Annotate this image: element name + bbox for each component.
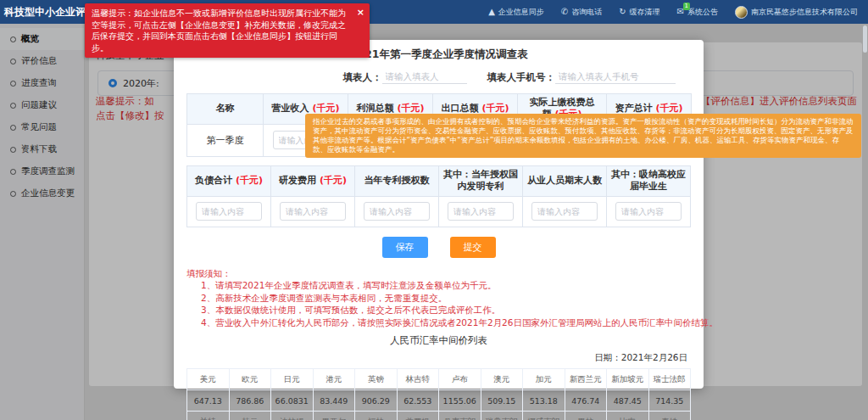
- rate-value-cell: 647.13: [187, 390, 230, 412]
- filler-phone-label: 填表人手机号：: [487, 71, 556, 84]
- column-header: 其中：当年授权国内发明专利: [439, 165, 523, 196]
- currency-name-cell: 迪拉姆: [271, 412, 314, 420]
- currency-name-cell: 新西兰元: [565, 369, 607, 390]
- currency-name-cell: 欧元: [229, 369, 271, 390]
- metric-input[interactable]: [364, 202, 430, 221]
- currency-name-cell: 挪威克朗: [523, 412, 565, 420]
- unit-label: (千元): [479, 103, 509, 114]
- metric-input[interactable]: [196, 202, 262, 221]
- table2-input-row: [187, 196, 691, 227]
- rate-value-cell: 487.45: [607, 390, 649, 412]
- currency-name-cell: 比索: [607, 412, 649, 420]
- unit-label: (千元): [316, 175, 347, 186]
- avatar-icon: [735, 6, 748, 19]
- column-header: 从业人员期末人数: [523, 165, 607, 196]
- phone-icon: ✆: [561, 8, 568, 16]
- close-icon[interactable]: ×: [357, 7, 364, 19]
- nav-item-label: 南京民基悠步信息技术有限公司: [751, 7, 858, 18]
- filler-name-label: 填表人：: [343, 71, 382, 84]
- refresh-icon: ↻: [619, 8, 626, 16]
- exchange-rate-table: 美元欧元日元港元英镑林吉特卢布澳元加元新西兰元新加坡元瑞士法郎647.13786…: [186, 368, 691, 420]
- exchange-rate-body: 美元欧元日元港元英镑林吉特卢布澳元加元新西兰元新加坡元瑞士法郎647.13786…: [187, 369, 691, 420]
- metric-cell: [271, 196, 355, 227]
- nav-item-company[interactable]: 南京民基悠步信息技术有限公司: [735, 6, 858, 19]
- note-item: 3、本数据仅做统计使用，可填写预估数，提交之后不代表已完成评价工作。: [186, 304, 691, 316]
- currency-name-cell: 加元: [523, 369, 565, 390]
- person-icon: ▲: [488, 8, 495, 16]
- rate-value-cell: 513.18: [523, 390, 565, 412]
- quarter-label: 第一季度: [187, 124, 264, 156]
- quarterly-table-2: 负债合计 (千元)研发费用 (千元)当年专利授权数其中：当年授权国内发明专利从业…: [186, 165, 691, 227]
- unit-label: (千元): [232, 175, 263, 186]
- envelope-icon: ✉1: [677, 8, 684, 16]
- currency-name-cell: 韩元: [229, 412, 271, 420]
- asset-definition-tooltip: 指企业过去的交易或者事项形成的、由企业拥有或者控制的、预期会给企业带来经济利益的…: [305, 114, 861, 158]
- nav-item-consult-phone[interactable]: ✆咨询电话: [561, 7, 602, 18]
- currency-name-cell: 里拉: [565, 412, 607, 420]
- column-label: 营业收入: [272, 103, 309, 114]
- currency-name-cell: 澳元: [481, 369, 523, 390]
- metric-input[interactable]: [615, 202, 682, 221]
- column-label: 从业人员期末人数: [527, 175, 602, 186]
- column-header: 负债合计 (千元): [187, 165, 271, 196]
- metric-cell: [439, 196, 523, 227]
- nav-item-label: 企业信息同步: [498, 7, 544, 18]
- submit-button[interactable]: 提交: [450, 237, 496, 258]
- filler-name-input[interactable]: [382, 70, 467, 84]
- column-header: 当年专利授权数: [355, 165, 439, 196]
- column-label: 出口总额: [442, 103, 479, 114]
- rate-value-cell: 786.86: [229, 390, 271, 412]
- nav-item-label: 咨询电话: [571, 7, 602, 18]
- nav-item-system-notice[interactable]: ✉1系统公告: [677, 7, 718, 18]
- warning-banner: 温馨提示：如企业信息不一致或新增评价信息时出现所属行业不能为空等提示，可点击左侧…: [85, 3, 370, 58]
- modal-actions: 保存 提交: [186, 237, 691, 258]
- rate-value-cell: 906.29: [355, 390, 398, 412]
- nav-item-label: 系统公告: [687, 7, 718, 18]
- metric-cell: [523, 196, 607, 227]
- filler-phone-input[interactable]: [555, 70, 676, 84]
- unit-label: (千元): [653, 103, 683, 114]
- currency-name-cell: 日元: [271, 369, 314, 390]
- column-label: 其中：当年授权国内发明专利: [443, 169, 518, 192]
- rate-value-cell: 83.449: [313, 390, 355, 412]
- nav-item-cache-clear[interactable]: ↻缓存清理: [619, 7, 659, 18]
- save-button[interactable]: 保存: [382, 237, 428, 258]
- unit-label: (千元): [394, 103, 425, 114]
- column-header: 研发费用 (千元): [271, 165, 355, 196]
- rate-row: 兰特韩元迪拉姆里亚尔福林兹罗提丹麦克朗瑞典克朗挪威克朗里拉比索泰铢: [187, 412, 691, 420]
- exchange-rate-title: 人民币汇率中间价列表: [186, 334, 691, 347]
- currency-name-cell: 卢布: [439, 369, 481, 390]
- top-nav: ▲企业信息同步✆咨询电话↻缓存清理✉1系统公告南京民基悠步信息技术有限公司: [488, 6, 868, 19]
- note-item: 4、营业收入中外汇转化为人民币部分，请按照实际换汇情况或者2021年2月26日国…: [186, 316, 691, 329]
- currency-name-cell: 林吉特: [397, 369, 439, 390]
- currency-name-cell: 福林: [355, 412, 398, 420]
- metric-cell: [607, 196, 691, 227]
- currency-name-cell: 里亚尔: [313, 412, 355, 420]
- survey-modal: 2021年第一季度企业季度情况调查表 填表人： 填表人手机号： 名称营业收入 (…: [174, 40, 704, 389]
- notification-badge: 1: [683, 3, 690, 10]
- metric-input[interactable]: [280, 202, 346, 221]
- exchange-rate-date: 日期：2021年2月26日: [186, 352, 691, 364]
- nav-item-enterprise-sync[interactable]: ▲企业信息同步: [488, 7, 544, 18]
- nav-item-label: 缓存清理: [630, 7, 660, 18]
- filler-form-row: 填表人： 填表人手机号：: [186, 70, 691, 84]
- metric-input[interactable]: [448, 202, 514, 221]
- currency-name-cell: 瑞典克朗: [481, 412, 523, 420]
- column-label: 当年专利授权数: [364, 175, 430, 186]
- column-label: 资产总计: [615, 103, 653, 114]
- filing-notes: 填报须知： 1、请填写2021年企业季度情况调查表，填写时注意涉及金额单位为千元…: [186, 267, 691, 329]
- warning-text: 温馨提示：如企业信息不一致或新增评价信息时出现所属行业不能为空等提示，可点击左侧…: [92, 8, 346, 53]
- metric-input[interactable]: [531, 202, 598, 221]
- currency-name-cell: 泰铢: [648, 412, 691, 420]
- column-label: 其中：吸纳高校应届毕业生: [611, 169, 686, 192]
- column-label: 名称: [216, 103, 235, 114]
- scrollbar-thumb[interactable]: [863, 25, 867, 53]
- column-label: 利润总额: [357, 103, 394, 114]
- table2-header-row: 负债合计 (千元)研发费用 (千元)当年专利授权数其中：当年授权国内发明专利从业…: [187, 165, 691, 196]
- column-label: 研发费用: [279, 175, 316, 186]
- currency-name-cell: 兰特: [187, 412, 230, 420]
- currency-name-cell: 瑞士法郎: [648, 369, 691, 390]
- rate-value-cell: 62.553: [397, 390, 439, 412]
- rate-row: 美元欧元日元港元英镑林吉特卢布澳元加元新西兰元新加坡元瑞士法郎: [187, 369, 691, 390]
- rate-value-cell: 476.74: [565, 390, 607, 412]
